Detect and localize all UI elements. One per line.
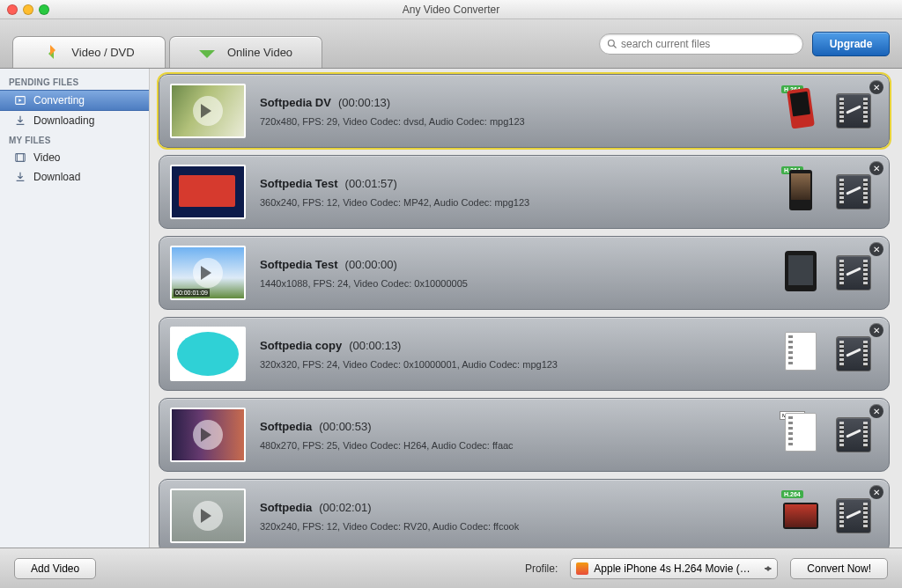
output-device-icon[interactable] bbox=[783, 251, 818, 295]
window-title: Any Video Converter bbox=[0, 4, 902, 16]
remove-item-button[interactable]: ✕ bbox=[869, 80, 884, 94]
sidebar-item-downloading-label: Downloading bbox=[33, 114, 94, 127]
svg-line-1 bbox=[614, 46, 617, 48]
sidebar-header-pending: PENDING FILES bbox=[0, 72, 149, 90]
item-metadata: 320x240, FPS: 12, Video Codec: RV20, Aud… bbox=[260, 521, 783, 532]
edit-clip-button[interactable] bbox=[836, 417, 871, 452]
list-item[interactable]: Softpedia DV(00:00:13) 720x480, FPS: 29,… bbox=[159, 74, 890, 148]
upgrade-button[interactable]: Upgrade bbox=[812, 32, 890, 56]
output-device-icon[interactable]: H.264 bbox=[783, 170, 818, 214]
item-title: Softpedia bbox=[260, 420, 312, 433]
output-device-icon[interactable]: H.264 bbox=[783, 89, 818, 133]
minimize-window-icon[interactable] bbox=[23, 4, 33, 15]
list-item[interactable]: Softpedia(00:00:53) 480x270, FPS: 25, Vi… bbox=[159, 398, 890, 472]
video-thumbnail[interactable] bbox=[170, 84, 246, 138]
item-duration: (00:00:13) bbox=[338, 96, 390, 109]
profile-label: Profile: bbox=[525, 562, 558, 575]
edit-clip-button[interactable] bbox=[836, 93, 871, 129]
list-item[interactable]: Softpedia Test(00:00:00) 1440x1088, FPS:… bbox=[159, 236, 890, 310]
edit-clip-button[interactable] bbox=[836, 174, 871, 209]
item-duration: (00:01:57) bbox=[345, 177, 397, 190]
item-duration: (00:00:00) bbox=[345, 258, 397, 271]
svg-point-0 bbox=[609, 40, 615, 47]
zoom-window-icon[interactable] bbox=[39, 4, 49, 15]
sidebar-item-converting[interactable]: Converting bbox=[0, 90, 149, 111]
item-duration: (00:00:13) bbox=[349, 339, 401, 352]
list-item[interactable]: Softpedia Test(00:01:57) 360x240, FPS: 1… bbox=[159, 155, 890, 229]
sidebar-item-download-label: Download bbox=[33, 171, 80, 183]
edit-clip-button[interactable] bbox=[836, 336, 871, 371]
edit-clip-button[interactable] bbox=[836, 255, 871, 290]
play-icon bbox=[193, 420, 223, 450]
item-duration: (00:02:01) bbox=[319, 501, 371, 514]
remove-item-button[interactable]: ✕ bbox=[869, 485, 884, 499]
close-window-icon[interactable] bbox=[7, 4, 18, 15]
item-metadata: 480x270, FPS: 25, Video Codec: H264, Aud… bbox=[260, 440, 783, 451]
list-item[interactable]: Softpedia(00:02:01) 320x240, FPS: 12, Vi… bbox=[159, 479, 890, 548]
list-item-info: Softpedia(00:02:01) 320x240, FPS: 12, Vi… bbox=[260, 501, 783, 532]
sidebar-item-converting-label: Converting bbox=[33, 94, 85, 107]
tab-video-dvd[interactable]: Video / DVD bbox=[12, 36, 166, 68]
remove-item-button[interactable]: ✕ bbox=[869, 323, 884, 337]
search-field[interactable] bbox=[599, 33, 803, 55]
remove-item-button[interactable]: ✕ bbox=[869, 161, 884, 175]
video-thumbnail[interactable] bbox=[170, 408, 246, 462]
video-thumbnail[interactable] bbox=[170, 246, 246, 300]
item-metadata: 360x240, FPS: 12, Video Codec: MP42, Aud… bbox=[260, 197, 783, 208]
online-video-icon bbox=[199, 45, 218, 61]
conversion-list[interactable]: Softpedia DV(00:00:13) 720x480, FPS: 29,… bbox=[150, 69, 902, 548]
search-icon bbox=[607, 39, 617, 49]
play-icon bbox=[193, 339, 223, 369]
video-dvd-icon bbox=[43, 45, 63, 61]
tab-online-video-label: Online Video bbox=[227, 46, 292, 59]
list-item[interactable]: Softpedia copy(00:00:13) 320x320, FPS: 2… bbox=[159, 317, 890, 391]
sidebar-header-myfiles: MY FILES bbox=[0, 130, 149, 148]
profile-select[interactable]: Apple iPhone 4s H.264 Movie (… bbox=[570, 558, 778, 579]
output-device-icon[interactable]: MPEG-2 bbox=[783, 413, 818, 457]
convert-icon bbox=[14, 94, 26, 107]
item-metadata: 1440x1088, FPS: 24, Video Codec: 0x10000… bbox=[260, 278, 783, 289]
list-item-info: Softpedia copy(00:00:13) 320x320, FPS: 2… bbox=[260, 339, 783, 370]
download-folder-icon bbox=[14, 171, 26, 183]
item-metadata: 720x480, FPS: 29, Video Codec: dvsd, Aud… bbox=[260, 116, 783, 127]
output-device-icon[interactable] bbox=[783, 332, 818, 376]
list-item-info: Softpedia DV(00:00:13) 720x480, FPS: 29,… bbox=[260, 96, 783, 127]
sidebar-item-video-label: Video bbox=[33, 151, 60, 164]
video-thumbnail[interactable] bbox=[170, 165, 246, 219]
traffic-lights bbox=[0, 4, 49, 15]
video-thumbnail[interactable] bbox=[170, 489, 246, 543]
stepper-icon bbox=[762, 561, 774, 577]
add-video-button[interactable]: Add Video bbox=[14, 558, 96, 579]
item-title: Softpedia DV bbox=[260, 96, 331, 109]
play-icon bbox=[193, 177, 223, 207]
main-toolbar: Video / DVD Online Video Upgrade bbox=[0, 19, 902, 69]
edit-clip-button[interactable] bbox=[836, 498, 871, 533]
sidebar: PENDING FILES Converting Downloading MY … bbox=[0, 69, 150, 548]
remove-item-button[interactable]: ✕ bbox=[869, 404, 884, 418]
sidebar-item-video[interactable]: Video bbox=[0, 148, 149, 167]
profile-icon bbox=[576, 562, 588, 575]
tab-online-video[interactable]: Online Video bbox=[169, 36, 322, 68]
video-folder-icon bbox=[14, 151, 26, 164]
item-title: Softpedia Test bbox=[260, 177, 338, 190]
output-device-icon[interactable]: H.264 bbox=[783, 494, 818, 538]
tab-video-dvd-label: Video / DVD bbox=[71, 46, 134, 59]
item-title: Softpedia bbox=[260, 501, 312, 514]
item-metadata: 320x320, FPS: 24, Video Codec: 0x1000000… bbox=[260, 359, 783, 370]
play-icon bbox=[193, 501, 223, 531]
list-item-info: Softpedia(00:00:53) 480x270, FPS: 25, Vi… bbox=[260, 420, 783, 451]
convert-now-button[interactable]: Convert Now! bbox=[790, 558, 888, 579]
search-input[interactable] bbox=[621, 38, 795, 50]
sidebar-item-download[interactable]: Download bbox=[0, 167, 149, 187]
sidebar-item-downloading[interactable]: Downloading bbox=[0, 111, 149, 130]
item-title: Softpedia Test bbox=[260, 258, 338, 271]
remove-item-button[interactable]: ✕ bbox=[869, 242, 884, 256]
video-thumbnail[interactable] bbox=[170, 327, 246, 381]
bottom-bar: Add Video Profile: Apple iPhone 4s H.264… bbox=[0, 548, 902, 588]
list-item-info: Softpedia Test(00:00:00) 1440x1088, FPS:… bbox=[260, 258, 783, 289]
play-icon bbox=[193, 96, 223, 126]
download-icon bbox=[14, 114, 26, 127]
window-titlebar: Any Video Converter bbox=[0, 0, 902, 19]
item-duration: (00:00:53) bbox=[319, 420, 371, 433]
item-title: Softpedia copy bbox=[260, 339, 342, 352]
